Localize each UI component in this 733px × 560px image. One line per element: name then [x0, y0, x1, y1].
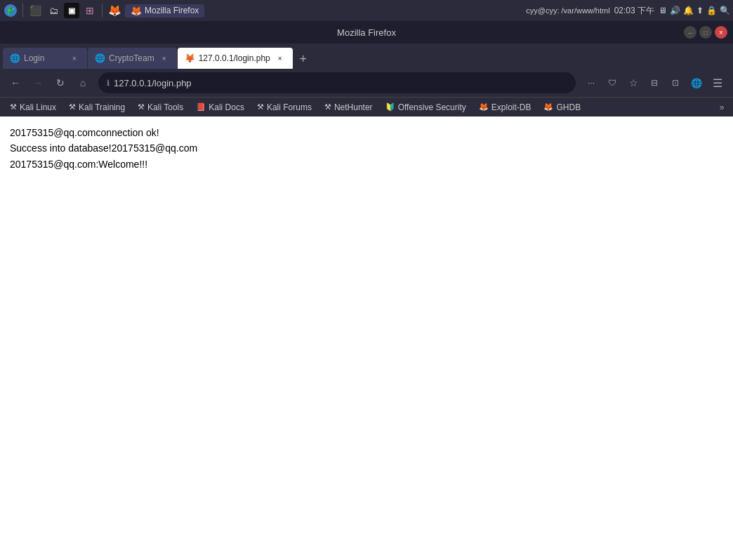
taskbar-terminal-icon[interactable]: ▣ [64, 3, 79, 18]
bookmark-nethunter-label: NetHunter [334, 102, 373, 112]
taskbar-right: cyy@cyy: /var/www/html 02:03 下午 🖥 🔊 🔔 ⬆ … [526, 5, 730, 17]
screen-icon: 🖥 [659, 6, 667, 15]
bookmark-kali-forums-label: Kali Forums [267, 102, 312, 112]
security-icon: ℹ [107, 79, 110, 88]
kali-training-bm-icon: ⚒ [69, 102, 76, 112]
bookmark-kali-training-label: Kali Training [79, 102, 125, 112]
bookmark-nethunter[interactable]: ⚒ NetHunter [319, 101, 378, 114]
bookmarks-bar: ⚒ Kali Linux ⚒ Kali Training ⚒ Kali Tool… [0, 97, 733, 116]
tab-cryptoteam-favicon: 🌐 [95, 53, 105, 63]
bookmark-offensive-security[interactable]: 🔰 Offensive Security [380, 101, 472, 114]
kali-docs-bm-icon: 📕 [196, 102, 206, 112]
bell-icon: 🔔 [683, 6, 694, 15]
bookmark-exploit-db-label: Exploit-DB [491, 102, 531, 112]
svg-text:🐉: 🐉 [6, 6, 15, 15]
nav-bar: ← → ↻ ⌂ ℹ 127.0.0.1/login.php ··· 🛡 ☆ ⊟ … [0, 69, 733, 97]
firefox-window: Mozilla Firefox – □ × 🌐 Login × 🌐 Crypto… [0, 21, 733, 560]
taskbar-terminal-indicator: cyy@cyy: /var/www/html [526, 6, 609, 15]
speaker-icon: 🔊 [670, 6, 680, 15]
restore-button[interactable]: □ [699, 26, 712, 39]
kali-linux-bm-icon: ⚒ [10, 102, 17, 112]
kali-forums-bm-icon: ⚒ [257, 102, 264, 112]
bookmark-ghdb-label: GHDB [556, 102, 581, 112]
tab-login-favicon: 🌐 [10, 53, 20, 63]
taskbar-folder-icon[interactable]: 🗂 [46, 3, 61, 18]
nethunter-bm-icon: ⚒ [324, 102, 331, 112]
nav-right-buttons: ··· 🛡 ☆ ⊟ ⊡ 🌐 ☰ [581, 73, 727, 93]
taskbar-files-icon[interactable]: ⬛ [27, 3, 43, 18]
tab-bar: 🌐 Login × 🌐 CryptoTeam × 🦊 127.0.0.1/log… [0, 44, 733, 69]
bookmarks-overflow-button[interactable]: » [715, 100, 729, 114]
page-line-1: 20175315@qq.comconnection ok! [10, 125, 723, 140]
reload-button[interactable]: ↻ [51, 73, 70, 93]
taskbar-firefox-icon[interactable]: 🦊 [107, 3, 122, 18]
url-host: 127.0.0.1 [114, 78, 152, 88]
bookmark-kali-training[interactable]: ⚒ Kali Training [63, 101, 131, 114]
bookmark-kali-linux[interactable]: ⚒ Kali Linux [4, 101, 62, 114]
tab-login-close[interactable]: × [69, 53, 80, 64]
taskbar-systray: 🖥 🔊 🔔 ⬆ 🔒 🔍 [659, 6, 730, 15]
kali-dragon-icon[interactable]: 🐉 [3, 3, 18, 18]
kali-tools-bm-icon: ⚒ [138, 102, 145, 112]
home-button[interactable]: ⌂ [73, 73, 93, 93]
bookmark-button[interactable]: ☆ [623, 73, 643, 93]
tab-main[interactable]: 🦊 127.0.0.1/login.php × [178, 48, 293, 69]
taskbar-sep-2 [102, 4, 103, 18]
taskbar-app-label: Mozilla Firefox [145, 6, 199, 15]
bookmark-kali-docs[interactable]: 📕 Kali Docs [190, 101, 250, 114]
extensions-button[interactable]: 🌐 [687, 73, 706, 93]
title-bar: Mozilla Firefox – □ × [0, 21, 733, 44]
taskbar-clock: 02:03 下午 [614, 5, 654, 17]
url-path: /login.php [152, 78, 191, 88]
minimize-button[interactable]: – [684, 26, 696, 39]
synced-tabs-button[interactable]: ⊡ [666, 73, 685, 93]
upload-icon: ⬆ [696, 6, 704, 15]
page-line-3: 20175315@qq.com:Welcome!!! [10, 156, 723, 172]
bookmark-kali-linux-label: Kali Linux [20, 102, 56, 112]
tab-login[interactable]: 🌐 Login × [3, 48, 87, 69]
taskbar-sep-1 [22, 4, 23, 18]
page-line-2: Success into database!20175315@qq.com [10, 140, 723, 156]
forward-button[interactable]: → [28, 73, 48, 93]
tab-main-title: 127.0.0.1/login.php [199, 53, 270, 63]
page-text: 20175315@qq.comconnection ok! Success in… [10, 125, 723, 172]
close-button[interactable]: × [715, 26, 727, 39]
page-content: 20175315@qq.comconnection ok! Success in… [0, 116, 733, 560]
bookmark-kali-forums[interactable]: ⚒ Kali Forums [251, 101, 317, 114]
os-taskbar: 🐉 ⬛ 🗂 ▣ ⊞ 🦊 🦊 Mozilla Firefox cyy@cyy: /… [0, 0, 733, 21]
new-tab-button[interactable]: + [293, 49, 313, 69]
bookmark-offensive-security-label: Offensive Security [398, 102, 466, 112]
menu-button[interactable]: ☰ [708, 73, 727, 93]
bookmark-kali-docs-label: Kali Docs [209, 102, 244, 112]
tab-cryptoteam[interactable]: 🌐 CryptoTeam × [88, 48, 177, 69]
address-bar[interactable]: ℹ 127.0.0.1/login.php [98, 72, 576, 93]
search-icon: 🔍 [720, 6, 730, 15]
library-button[interactable]: ⊟ [645, 73, 664, 93]
title-bar-text: Mozilla Firefox [337, 27, 396, 38]
address-url: 127.0.0.1/login.php [114, 78, 567, 88]
bookmark-kali-tools-label: Kali Tools [147, 102, 183, 112]
more-tools-button[interactable]: ··· [581, 73, 601, 93]
tab-main-favicon: 🦊 [185, 53, 194, 63]
tab-cryptoteam-close[interactable]: × [159, 53, 170, 64]
offensive-security-bm-icon: 🔰 [385, 102, 395, 112]
tab-login-title: Login [24, 53, 65, 63]
title-bar-controls: – □ × [684, 26, 727, 39]
reader-view-button[interactable]: 🛡 [602, 73, 622, 93]
taskbar-active-app[interactable]: 🦊 Mozilla Firefox [125, 4, 204, 18]
bookmark-ghdb[interactable]: 🦊 GHDB [538, 101, 586, 114]
bookmark-kali-tools[interactable]: ⚒ Kali Tools [132, 101, 189, 114]
tab-main-close[interactable]: × [275, 53, 286, 64]
tab-cryptoteam-title: CryptoTeam [109, 53, 154, 63]
bookmark-exploit-db[interactable]: 🦊 Exploit-DB [473, 101, 537, 114]
lock-icon: 🔒 [706, 6, 717, 15]
taskbar-apps-icon[interactable]: ⊞ [82, 3, 98, 18]
exploit-db-bm-icon: 🦊 [479, 102, 489, 112]
ghdb-bm-icon: 🦊 [543, 102, 553, 112]
back-button[interactable]: ← [6, 73, 25, 93]
